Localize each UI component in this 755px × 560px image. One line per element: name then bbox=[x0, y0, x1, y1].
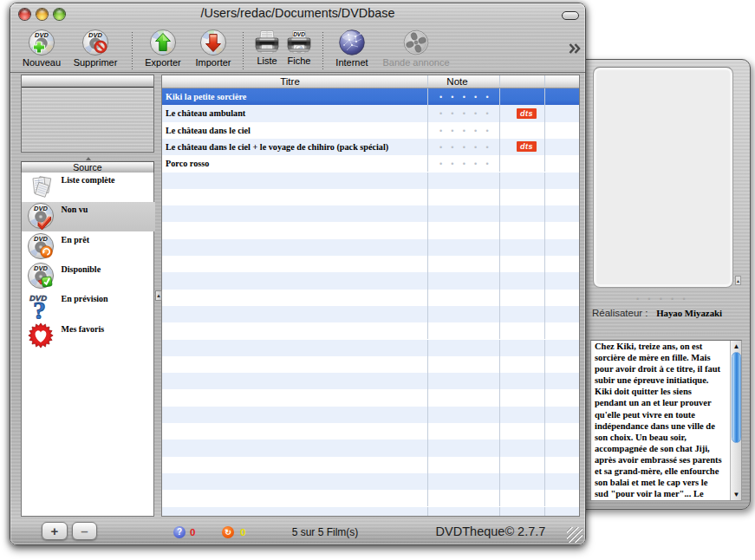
svg-text:DVD: DVD bbox=[88, 31, 102, 39]
svg-text:DVD: DVD bbox=[35, 31, 49, 39]
svg-text:DVD: DVD bbox=[34, 264, 48, 271]
svg-text:DVD: DVD bbox=[293, 31, 305, 37]
svg-text:DVD: DVD bbox=[34, 234, 48, 242]
svg-text:?: ? bbox=[33, 296, 46, 320]
svg-text:DVD: DVD bbox=[34, 205, 48, 212]
